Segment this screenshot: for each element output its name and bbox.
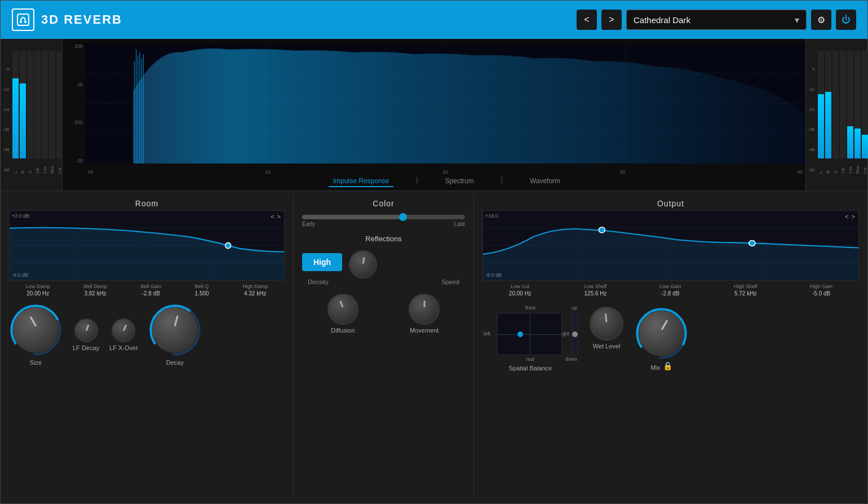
mix-label: Mix [650, 364, 660, 371]
reflections-row: High [302, 250, 465, 278]
tab-waveform[interactable]: Waveform [525, 176, 565, 187]
size-knob-label: Size [30, 359, 42, 366]
room-param-bell-damp: Bell Damp 3.82 kHz [83, 284, 107, 297]
output-param-row: Low Cut 20.00 Hz Low Shelf 125.6 Hz Low … [482, 284, 859, 297]
spatial-slider-ud[interactable] [572, 313, 578, 355]
wet-level-label: Wet Level [593, 343, 621, 350]
diffusion-movement-row: Diffusion Movement [302, 294, 465, 334]
room-param-bell-q: Bell Q 1.500 [195, 284, 209, 297]
room-knobs-row: Size LF Decay LF X-Over [9, 303, 285, 366]
gear-icon: ⚙ [817, 15, 825, 25]
speed-label: Speed [441, 278, 459, 285]
lf-decay-knob-wrapper: LF Decay [73, 319, 99, 351]
preset-dropdown[interactable]: Cathedral Dark ▾ [626, 10, 807, 30]
output-eq-display: +18.0 -8.0 dB < > [482, 210, 859, 281]
plugin-container: 3D REVERB < > Cathedral Dark ▾ ⚙ ⏻ 0 -12… [0, 0, 868, 504]
meter-Lrs: Lrs [56, 51, 63, 174]
left-label: left [484, 331, 490, 337]
output-meters-bars: L R C Lfe [818, 51, 868, 174]
lf-decay-knob[interactable] [74, 319, 98, 342]
input-meter-scale: 0 -12 -24 -36 -48 -60 [3, 67, 10, 174]
wet-level-knob[interactable] [590, 307, 623, 341]
lf-xover-knob-wrapper: LF X-Over [109, 319, 138, 351]
spatial-dot-lr[interactable] [517, 331, 523, 337]
reflections-slider[interactable]: Early Late [302, 215, 465, 227]
svg-point-2 [24, 21, 26, 23]
lf-xover-knob[interactable] [112, 319, 135, 342]
spectrum-area: 20k 2k 200 20 [63, 39, 805, 191]
header-left: 3D REVERB [12, 8, 122, 31]
mix-section: Mix 🔒 [635, 307, 688, 373]
header-right: < > Cathedral Dark ▾ ⚙ ⏻ [577, 10, 856, 30]
output-title: Output [482, 196, 859, 210]
diffusion-label: Diffusion [331, 327, 355, 334]
out-meter-Lss: Lss [847, 51, 853, 174]
down-label: down [565, 356, 577, 362]
late-label: Late [454, 221, 465, 227]
early-label: Early [302, 221, 315, 227]
size-knob-wrapper: Size [9, 303, 63, 366]
spectrum-visual [85, 43, 805, 163]
wet-level-knob-wrapper: Wet Level [590, 307, 623, 350]
output-param-high-gain: High Gain -5.0 dB [810, 284, 832, 297]
decay-knob[interactable] [148, 303, 202, 357]
output-bottom: front rear left right up down [482, 304, 859, 373]
output-section: Output +18.0 -8.0 dB < > [474, 196, 867, 499]
output-param-low-shelf: Low Shelf 125.6 Hz [584, 284, 607, 297]
diffusion-knob[interactable] [327, 294, 358, 325]
room-param-low-damp: Low Damp 20.00 Hz [26, 284, 50, 297]
controls-section: Room +2.0 dB -9.0 dB < > [1, 191, 867, 503]
tab-spectrum[interactable]: Spectrum [440, 176, 478, 187]
preset-name: Cathedral Dark [634, 15, 690, 25]
svg-rect-0 [17, 14, 29, 25]
tab-impulse-response[interactable]: Impulse Response [329, 176, 393, 187]
mix-knob-wrapper [635, 307, 688, 360]
up-label: up [572, 305, 577, 311]
out-meter-C: C [832, 51, 839, 174]
room-title: Room [9, 196, 285, 210]
mix-knob[interactable] [635, 307, 688, 360]
speed-knob[interactable] [349, 250, 377, 278]
lf-xover-label: LF X-Over [109, 344, 138, 351]
spectrum-tabs: Impulse Response | Spectrum | Waveform [88, 176, 805, 187]
meter-Rss: Rss [49, 51, 55, 174]
movement-knob[interactable] [409, 294, 440, 325]
decay-knob-label: Decay [166, 359, 184, 366]
rear-label: rear [526, 356, 535, 362]
density-label: Density [308, 278, 329, 285]
settings-button[interactable]: ⚙ [811, 10, 831, 30]
input-meters: 0 -12 -24 -36 -48 -60 L R [1, 39, 63, 191]
size-knob[interactable] [9, 303, 63, 357]
output-meters: 0 -12 -24 -36 -48 -60 L R [805, 39, 867, 191]
movement-label: Movement [410, 327, 439, 334]
spatial-balance-label: Spatial Balance [509, 365, 552, 372]
nav-prev-button[interactable]: < [577, 10, 597, 30]
output-param-low-cut: Low Cut 20.00 Hz [509, 284, 532, 297]
room-param-bell-gain: Bell Gain -2.8 dB [140, 284, 161, 297]
meter-Lfe: Lfe [34, 51, 41, 174]
movement-knob-wrapper: Movement [409, 294, 440, 334]
out-meter-Lrs: Lrs [862, 51, 868, 174]
spatial-grid [497, 313, 562, 355]
diffusion-knob-wrapper: Diffusion [327, 294, 358, 334]
output-meter-scale: 0 -12 -24 -36 -48 -60 [808, 67, 815, 174]
logo-icon [12, 8, 34, 31]
reflections-title: Reflections [302, 235, 465, 243]
room-eq-display: +2.0 dB -9.0 dB < > [9, 210, 285, 281]
output-param-high-shelf: High Shelf 5.72 kHz [734, 284, 758, 297]
svg-point-33 [599, 227, 605, 233]
room-param-row: Low Damp 20.00 Hz Bell Damp 3.82 kHz Bel… [9, 284, 285, 297]
speed-knob-wrapper [349, 250, 377, 278]
svg-point-1 [20, 21, 22, 23]
out-meter-Rss: Rss [854, 51, 861, 174]
lock-icon[interactable]: 🔒 [663, 361, 672, 370]
room-param-high-damp: High Damp 4.32 kHz [242, 284, 268, 297]
power-button[interactable]: ⏻ [836, 10, 856, 30]
density-high-button[interactable]: High [302, 253, 342, 271]
nav-next-button[interactable]: > [601, 10, 622, 30]
meter-C: C [27, 51, 33, 174]
decay-knob-wrapper: Decay [148, 303, 202, 366]
front-label: front [525, 305, 535, 311]
meter-L: L [12, 51, 19, 174]
meter-R: R [20, 51, 26, 174]
